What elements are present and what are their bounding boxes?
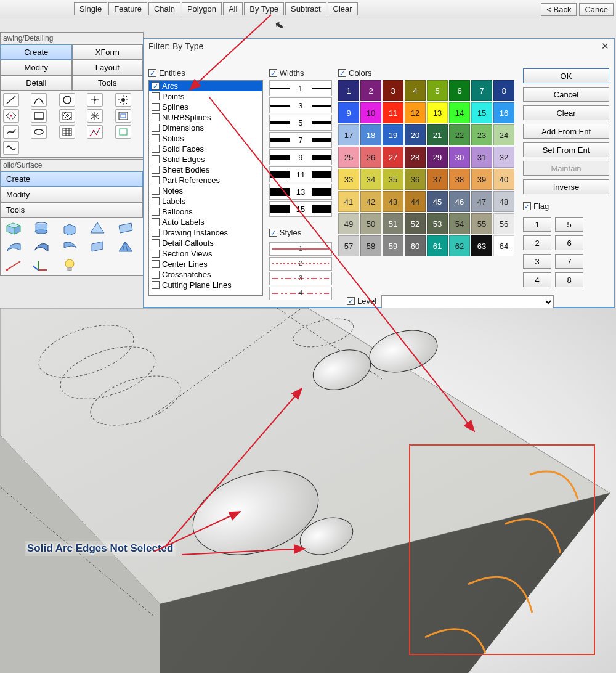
style-swatch[interactable]: 4: [269, 287, 332, 300]
flag-button[interactable]: 4: [523, 272, 551, 287]
color-swatch[interactable]: 27: [383, 147, 403, 168]
style-swatch[interactable]: 3: [269, 272, 332, 285]
tab-tools-solid[interactable]: Tools: [1, 202, 143, 218]
width-swatch[interactable]: 15: [269, 201, 332, 217]
entity-row[interactable]: Part References: [149, 175, 262, 186]
entity-row[interactable]: Detail Callouts: [149, 238, 262, 248]
color-swatch[interactable]: 16: [493, 102, 514, 123]
sun-tool-icon[interactable]: [115, 93, 131, 107]
loft-icon[interactable]: [87, 239, 108, 255]
entity-row[interactable]: Drawing Instances: [149, 227, 262, 238]
entity-row[interactable]: Sheet Bodies: [149, 165, 262, 175]
wave-tool-icon[interactable]: [3, 141, 19, 155]
select-by-type-button[interactable]: By Type: [244, 2, 284, 15]
burst-tool-icon[interactable]: [87, 109, 103, 123]
add-from-ent-button[interactable]: Add From Ent: [523, 124, 609, 139]
color-swatch[interactable]: 11: [383, 102, 403, 123]
flag-button[interactable]: 3: [523, 254, 551, 269]
color-swatch[interactable]: 25: [338, 147, 359, 168]
entity-row[interactable]: Labels: [149, 196, 262, 206]
color-swatch[interactable]: 31: [471, 147, 492, 168]
color-swatch[interactable]: 56: [493, 213, 514, 234]
tab-detail[interactable]: Detail: [1, 75, 72, 91]
color-swatch[interactable]: 48: [493, 191, 514, 212]
pyramid-icon[interactable]: [87, 220, 108, 236]
flag-button[interactable]: 7: [555, 254, 583, 269]
color-swatch[interactable]: 47: [471, 191, 492, 212]
cancel-button[interactable]: Cance: [579, 3, 614, 16]
color-swatch[interactable]: 30: [449, 147, 470, 168]
select-clear-button[interactable]: Clear: [328, 2, 358, 15]
color-swatch[interactable]: 62: [449, 235, 470, 256]
tube-icon[interactable]: [59, 239, 80, 255]
flag-button[interactable]: 1: [523, 217, 551, 232]
flag-button[interactable]: 8: [555, 272, 583, 287]
color-swatch[interactable]: 2: [360, 80, 381, 101]
entity-row[interactable]: Crosshatches: [149, 269, 262, 280]
cylinder-icon[interactable]: [31, 220, 52, 236]
color-swatch[interactable]: 29: [427, 147, 448, 168]
color-swatch[interactable]: 7: [471, 80, 492, 101]
color-swatch[interactable]: 57: [338, 235, 359, 256]
width-swatch[interactable]: 5: [269, 115, 332, 131]
set-from-ent-button[interactable]: Set From Ent: [523, 142, 609, 157]
entities-list[interactable]: ✓ArcsPointsSplinesNURBSplinesDimensionsS…: [148, 80, 263, 296]
color-swatch[interactable]: 52: [405, 213, 426, 234]
tab-xform[interactable]: XForm: [72, 44, 144, 60]
ok-button[interactable]: OK: [523, 68, 609, 83]
color-swatch[interactable]: 9: [338, 102, 359, 123]
flag-checkbox[interactable]: ✓Flag: [523, 202, 609, 211]
grid-tool-icon[interactable]: [59, 125, 75, 139]
style-swatch[interactable]: 2: [269, 257, 332, 271]
entity-row[interactable]: NURBSplines: [149, 112, 262, 123]
entity-row[interactable]: Center Lines: [149, 259, 262, 269]
color-swatch[interactable]: 55: [471, 213, 492, 234]
plane-icon[interactable]: [115, 220, 136, 236]
entities-checkbox[interactable]: ✓Entities: [148, 68, 263, 78]
line-tool-icon[interactable]: [3, 93, 19, 107]
dialog-cancel-button[interactable]: Cancel: [523, 87, 609, 102]
entity-row[interactable]: Points: [149, 91, 262, 102]
color-swatch[interactable]: 18: [360, 124, 381, 145]
color-swatch[interactable]: 60: [405, 235, 426, 256]
color-swatch[interactable]: 15: [471, 102, 492, 123]
widths-checkbox[interactable]: ✓Widths: [269, 68, 332, 78]
color-swatch[interactable]: 5: [427, 80, 448, 101]
diamond-tool-icon[interactable]: [3, 109, 19, 123]
tab-modify[interactable]: Modify: [1, 60, 72, 75]
entity-row[interactable]: Solid Faces: [149, 144, 262, 154]
color-swatch[interactable]: 50: [360, 213, 381, 234]
color-swatch[interactable]: 24: [493, 124, 514, 145]
spline-tool-icon[interactable]: [3, 125, 19, 139]
select-chain-button[interactable]: Chain: [148, 2, 180, 15]
circle-tool-icon[interactable]: [59, 93, 75, 107]
color-swatch[interactable]: 38: [449, 169, 470, 190]
color-swatch[interactable]: 20: [405, 124, 426, 145]
color-swatch[interactable]: 54: [449, 213, 470, 234]
color-swatch[interactable]: 32: [493, 147, 514, 168]
entity-row[interactable]: Solid Edges: [149, 154, 262, 165]
entity-row[interactable]: Section Views: [149, 248, 262, 259]
bulb-icon[interactable]: [59, 257, 80, 273]
width-swatch[interactable]: 3: [269, 97, 332, 113]
point-tool-icon[interactable]: [87, 93, 103, 107]
fan-icon[interactable]: [115, 239, 136, 255]
tab-tools[interactable]: Tools: [72, 75, 144, 91]
color-swatch[interactable]: 42: [360, 191, 381, 212]
color-swatch[interactable]: 14: [449, 102, 470, 123]
color-swatch[interactable]: 33: [338, 169, 359, 190]
close-icon[interactable]: ✕: [601, 41, 609, 52]
width-swatch[interactable]: 11: [269, 166, 332, 182]
color-swatch[interactable]: 59: [383, 235, 403, 256]
ellipse-tool-icon[interactable]: [31, 125, 47, 139]
color-swatch[interactable]: 19: [383, 124, 403, 145]
entity-row[interactable]: ✓Arcs: [149, 81, 262, 91]
tab-create-solid[interactable]: Create: [1, 171, 143, 187]
tab-layout[interactable]: Layout: [72, 60, 144, 75]
color-swatch[interactable]: 53: [427, 213, 448, 234]
colors-checkbox[interactable]: ✓Colors: [338, 68, 517, 78]
color-swatch[interactable]: 64: [493, 235, 514, 256]
level-checkbox[interactable]: ✓Level: [347, 296, 376, 306]
select-feature-button[interactable]: Feature: [108, 2, 147, 15]
color-swatch[interactable]: 6: [449, 80, 470, 101]
